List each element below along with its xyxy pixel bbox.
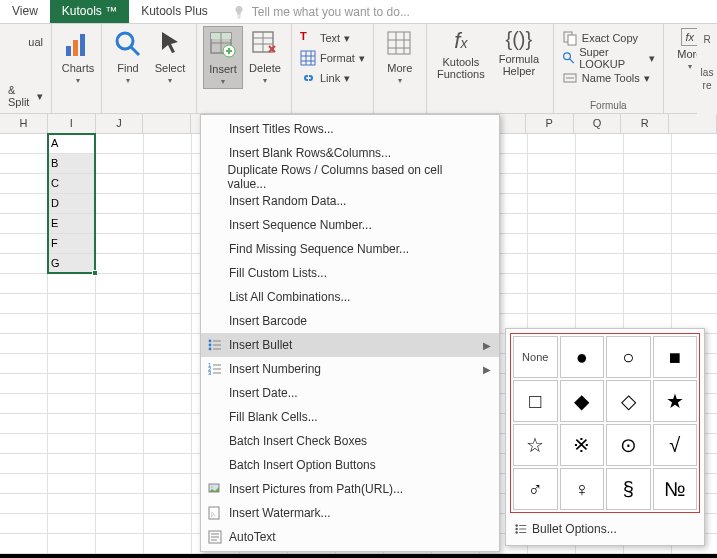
cell[interactable]: [144, 394, 192, 414]
cell[interactable]: [96, 274, 144, 294]
menu-item-insert-pictures-from-path-url[interactable]: Insert Pictures from Path(URL)...: [201, 477, 499, 501]
cell[interactable]: [48, 374, 96, 394]
cell[interactable]: [576, 254, 624, 274]
cell[interactable]: [96, 234, 144, 254]
menu-item-insert-random-data[interactable]: Insert Random Data...: [201, 189, 499, 213]
cell[interactable]: [96, 334, 144, 354]
cell[interactable]: [0, 434, 48, 454]
cell[interactable]: [528, 134, 576, 154]
cell[interactable]: [144, 474, 192, 494]
cell[interactable]: [144, 534, 192, 554]
cell[interactable]: F: [48, 234, 96, 254]
cell[interactable]: [144, 374, 192, 394]
bullet-options[interactable]: Bullet Options...: [510, 517, 700, 541]
cell[interactable]: [624, 274, 672, 294]
cell[interactable]: [0, 354, 48, 374]
cell[interactable]: [96, 214, 144, 234]
cell[interactable]: [144, 214, 192, 234]
select-button[interactable]: Select▾: [150, 26, 190, 87]
cell[interactable]: [144, 354, 192, 374]
menu-item-insert-watermark[interactable]: AInsert Watermark...: [201, 501, 499, 525]
menu-item-batch-insert-check-boxes[interactable]: Batch Insert Check Boxes: [201, 429, 499, 453]
cell[interactable]: [144, 454, 192, 474]
column-header[interactable]: J: [96, 114, 144, 133]
cell[interactable]: [0, 414, 48, 434]
cell[interactable]: [0, 134, 48, 154]
cell[interactable]: [0, 394, 48, 414]
cell[interactable]: [576, 134, 624, 154]
formula-helper-button[interactable]: {()} Formula Helper: [491, 26, 547, 82]
bullet-glyph-2[interactable]: ■: [653, 336, 698, 378]
exact-copy-button[interactable]: Exact Copy: [560, 28, 657, 48]
cell[interactable]: [624, 214, 672, 234]
cell[interactable]: [0, 494, 48, 514]
text-button[interactable]: TText ▾: [298, 28, 367, 48]
cell[interactable]: B: [48, 154, 96, 174]
super-lookup-button[interactable]: Super LOOKUP ▾: [560, 48, 657, 68]
cell[interactable]: [0, 474, 48, 494]
cell[interactable]: [528, 194, 576, 214]
cell[interactable]: [96, 414, 144, 434]
cell[interactable]: [624, 154, 672, 174]
cell[interactable]: [528, 274, 576, 294]
cell[interactable]: [144, 434, 192, 454]
cell[interactable]: [144, 234, 192, 254]
cell[interactable]: [96, 254, 144, 274]
cell[interactable]: [48, 474, 96, 494]
cell[interactable]: [96, 374, 144, 394]
cell[interactable]: [144, 314, 192, 334]
bullet-glyph-3[interactable]: □: [513, 380, 558, 422]
cell[interactable]: [144, 414, 192, 434]
cell[interactable]: [624, 294, 672, 314]
column-header[interactable]: [669, 114, 717, 133]
cell[interactable]: [0, 214, 48, 234]
name-tools-button[interactable]: Name Tools ▾: [560, 68, 657, 88]
cell[interactable]: [96, 194, 144, 214]
cell[interactable]: [528, 154, 576, 174]
tab-kutools-plus[interactable]: Kutools Plus: [129, 0, 220, 23]
cell[interactable]: [0, 274, 48, 294]
menu-item-insert-numbering[interactable]: 123Insert Numbering▶: [201, 357, 499, 381]
cell[interactable]: [672, 294, 717, 314]
cell[interactable]: [672, 154, 717, 174]
bullet-glyph-4[interactable]: ◆: [560, 380, 605, 422]
ribbon-ual[interactable]: ual: [6, 32, 45, 52]
cell[interactable]: [0, 234, 48, 254]
cell[interactable]: D: [48, 194, 96, 214]
column-header[interactable]: P: [526, 114, 574, 133]
cell[interactable]: [96, 294, 144, 314]
cell[interactable]: [96, 434, 144, 454]
bullet-glyph-11[interactable]: ♂: [513, 468, 558, 510]
tab-kutools[interactable]: Kutools ™: [50, 0, 129, 23]
cell[interactable]: [48, 294, 96, 314]
cell[interactable]: [0, 174, 48, 194]
bullet-glyph-8[interactable]: ※: [560, 424, 605, 466]
column-header[interactable]: I: [48, 114, 96, 133]
cell[interactable]: [144, 254, 192, 274]
cell[interactable]: [672, 234, 717, 254]
cell[interactable]: [672, 174, 717, 194]
cell[interactable]: A: [48, 134, 96, 154]
cell[interactable]: [48, 354, 96, 374]
cell[interactable]: [96, 454, 144, 474]
cell[interactable]: G: [48, 254, 96, 274]
cell[interactable]: [672, 134, 717, 154]
cell[interactable]: [48, 274, 96, 294]
menu-item-insert-titles-rows[interactable]: Insert Titles Rows...: [201, 117, 499, 141]
cell[interactable]: [96, 174, 144, 194]
menu-item-list-all-combinations[interactable]: List All Combinations...: [201, 285, 499, 309]
bullet-glyph-14[interactable]: №: [653, 468, 698, 510]
cell[interactable]: [672, 254, 717, 274]
cell[interactable]: [624, 134, 672, 154]
insert-button[interactable]: Insert▾: [203, 26, 243, 89]
format-button[interactable]: Format ▾: [298, 48, 367, 68]
cell[interactable]: [0, 154, 48, 174]
column-header[interactable]: R: [621, 114, 669, 133]
cell[interactable]: [96, 394, 144, 414]
cell[interactable]: [576, 234, 624, 254]
cell[interactable]: [144, 174, 192, 194]
cell[interactable]: [96, 514, 144, 534]
cell[interactable]: [144, 274, 192, 294]
cell[interactable]: [0, 254, 48, 274]
cell[interactable]: [96, 354, 144, 374]
